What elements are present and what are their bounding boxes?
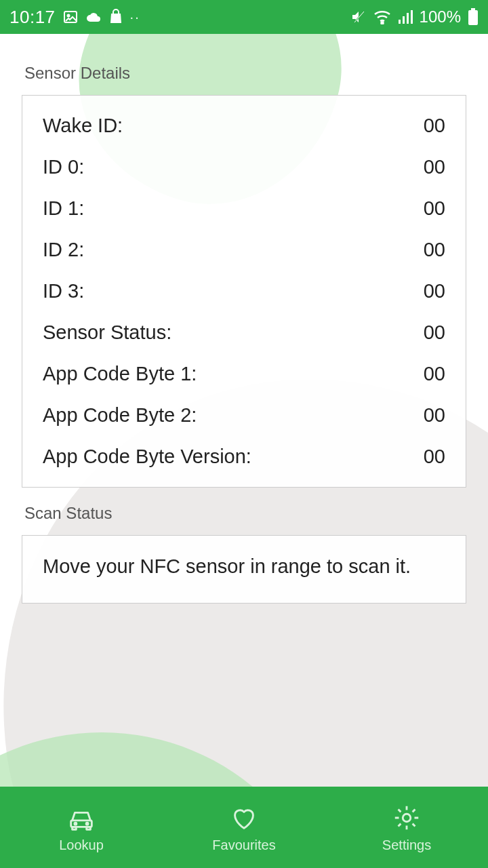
svg-point-4	[381, 22, 383, 24]
detail-value: 00	[424, 446, 445, 468]
sensor-details-card: Wake ID: 00 ID 0: 00 ID 1: 00 ID 2: 00 I…	[22, 95, 466, 488]
content-area: Sensor Details Wake ID: 00 ID 0: 00 ID 1…	[0, 34, 488, 787]
detail-row: ID 2: 00	[43, 229, 445, 271]
image-icon	[62, 9, 79, 25]
nav-settings-label: Settings	[382, 837, 431, 853]
detail-value: 00	[424, 280, 445, 302]
detail-value: 00	[424, 239, 445, 261]
svg-rect-12	[73, 827, 77, 829]
svg-rect-7	[407, 13, 409, 24]
nav-lookup[interactable]: Lookup	[0, 787, 163, 868]
svg-point-16	[403, 814, 411, 822]
detail-label: App Code Byte 2:	[43, 404, 197, 427]
status-time: 10:17	[9, 7, 56, 28]
detail-row: ID 3: 00	[43, 271, 445, 312]
bottom-nav: Lookup Favourites Settings	[0, 787, 488, 868]
detail-label: ID 3:	[43, 280, 84, 302]
heart-icon	[228, 802, 260, 833]
svg-point-15	[86, 823, 88, 825]
svg-rect-13	[87, 827, 91, 829]
wifi-icon	[373, 9, 391, 24]
svg-rect-6	[403, 16, 405, 24]
detail-value: 00	[424, 404, 445, 427]
more-indicator-icon: ··	[130, 9, 140, 25]
nav-favourites-label: Favourites	[212, 837, 275, 853]
shopping-bag-icon	[108, 9, 123, 25]
detail-label: Wake ID:	[43, 115, 123, 137]
detail-row: Wake ID: 00	[43, 112, 445, 146]
cloud-icon	[85, 9, 102, 24]
detail-label: App Code Byte Version:	[43, 446, 251, 468]
detail-row: ID 0: 00	[43, 146, 445, 188]
svg-rect-5	[399, 20, 401, 24]
nav-lookup-label: Lookup	[59, 837, 104, 853]
detail-row: App Code Byte 1: 00	[43, 353, 445, 395]
battery-percentage: 100%	[420, 7, 461, 26]
mute-icon	[350, 9, 367, 25]
svg-point-14	[75, 823, 77, 825]
sensor-details-title: Sensor Details	[24, 64, 466, 83]
detail-row: App Code Byte 2: 00	[43, 395, 445, 436]
detail-label: App Code Byte 1:	[43, 363, 197, 385]
status-bar: 10:17 ·· 100%	[0, 0, 488, 34]
svg-rect-8	[411, 10, 413, 24]
svg-rect-10	[468, 10, 478, 25]
detail-label: Sensor Status:	[43, 321, 171, 344]
detail-value: 00	[424, 321, 445, 344]
detail-row: App Code Byte Version: 00	[43, 436, 445, 471]
gear-icon	[391, 802, 422, 833]
svg-point-1	[67, 15, 69, 17]
scan-status-message: Move your NFC sensor in range to scan it…	[43, 553, 445, 580]
detail-value: 00	[424, 156, 445, 178]
svg-rect-9	[471, 8, 475, 10]
detail-value: 00	[424, 115, 445, 137]
detail-label: ID 0:	[43, 156, 84, 178]
scan-status-card: Move your NFC sensor in range to scan it…	[22, 535, 466, 604]
detail-value: 00	[424, 197, 445, 220]
scan-status-title: Scan Status	[24, 504, 466, 523]
nav-settings[interactable]: Settings	[325, 787, 488, 868]
car-icon	[66, 802, 97, 833]
detail-label: ID 2:	[43, 239, 84, 261]
signal-icon	[398, 9, 413, 24]
detail-label: ID 1:	[43, 197, 84, 220]
detail-row: ID 1: 00	[43, 188, 445, 229]
detail-value: 00	[424, 363, 445, 385]
nav-favourites[interactable]: Favourites	[163, 787, 325, 868]
detail-row: Sensor Status: 00	[43, 312, 445, 353]
battery-icon	[468, 8, 479, 26]
